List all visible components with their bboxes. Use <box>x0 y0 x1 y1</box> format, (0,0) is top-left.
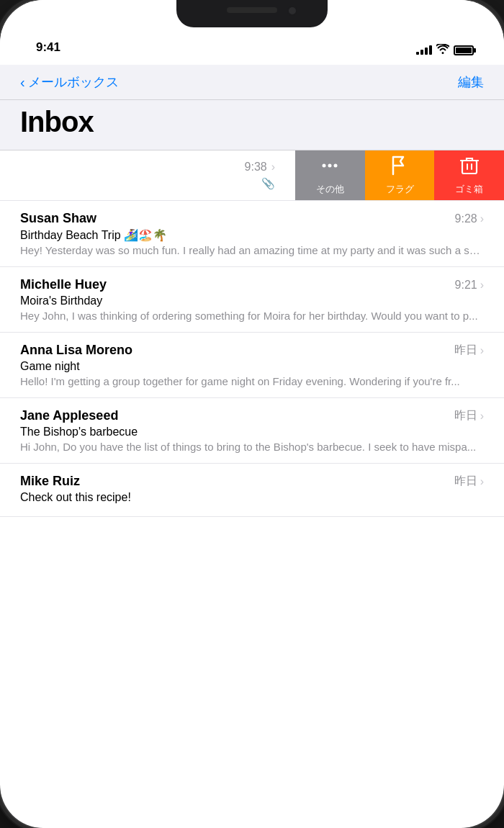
swipe-actions: その他 フラグ <box>295 150 504 200</box>
front-camera <box>287 6 297 16</box>
email-list: その他 フラグ <box>0 150 504 517</box>
email-chevron-3: › <box>480 344 484 357</box>
svg-rect-3 <box>462 161 477 174</box>
email-time-4: 昨日 <box>454 408 477 423</box>
email-sender-2: Michelle Huey <box>20 277 107 292</box>
email-preview-3: Hello! I'm getting a group together for … <box>20 375 484 387</box>
email-time-3: 昨日 <box>454 343 477 358</box>
email-content-5[interactable]: Mike Ruiz 昨日 › Check out this recipe! <box>0 464 504 516</box>
phone-frame: 9:41 <box>0 0 504 828</box>
email-sender-3: Anna Lisa Moreno <box>20 343 132 358</box>
edit-button[interactable]: 編集 <box>458 73 484 91</box>
email-row[interactable]: Susan Shaw 9:28 › Birthday Beach Trip 🏄‍… <box>0 201 504 267</box>
status-time: 9:41 <box>36 40 60 55</box>
wifi-icon <box>436 44 449 56</box>
trash-action[interactable]: ゴミ箱 <box>434 150 504 200</box>
more-action[interactable]: その他 <box>295 150 365 200</box>
email-chevron-5: › <box>480 475 484 488</box>
email-subject-4: The Bishop's barbecue <box>20 426 484 438</box>
screen: 9:41 <box>0 0 504 828</box>
email-content-3[interactable]: Anna Lisa Moreno 昨日 › Game night Hello! … <box>0 333 504 397</box>
speaker <box>227 7 277 13</box>
email-preview-4: Hi John, Do you have the list of things … <box>20 441 484 453</box>
flag-label: フラグ <box>386 183 414 196</box>
battery-icon <box>454 45 474 55</box>
email-time-5: 昨日 <box>454 474 477 489</box>
email-sender-4: Jane Appleseed <box>20 408 118 423</box>
email-subject-1: Birthday Beach Trip 🏄‍♀️🏖️🌴 <box>20 228 484 242</box>
email-chevron-1: › <box>480 212 484 225</box>
more-icon <box>320 156 340 180</box>
email-sender-1: Susan Shaw <box>20 211 96 226</box>
email-subject-3: Game night <box>20 360 484 373</box>
swiped-email-time: 9:38 <box>245 161 267 174</box>
email-row-swiped: その他 フラグ <box>0 150 504 201</box>
status-icons <box>416 44 474 56</box>
back-chevron-icon: ‹ <box>20 74 25 91</box>
notch <box>176 0 328 27</box>
email-content-2[interactable]: Michelle Huey 9:21 › Moira's Birthday He… <box>0 267 504 332</box>
email-row[interactable]: Anna Lisa Moreno 昨日 › Game night Hello! … <box>0 333 504 398</box>
flag-action[interactable]: フラグ <box>365 150 435 200</box>
back-button[interactable]: ‹ メールボックス <box>20 73 119 91</box>
trash-label: ゴミ箱 <box>455 183 483 196</box>
svg-point-1 <box>328 163 332 167</box>
svg-point-0 <box>323 163 326 167</box>
email-row[interactable]: Jane Appleseed 昨日 › The Bishop's barbecu… <box>0 398 504 464</box>
email-sender-5: Mike Ruiz <box>20 474 80 489</box>
page-header: Inbox <box>0 100 504 150</box>
swiped-email-chevron: › <box>271 161 275 174</box>
email-preview-2: Hey John, I was thinking of ordering som… <box>20 310 484 322</box>
email-content-4[interactable]: Jane Appleseed 昨日 › The Bishop's barbecu… <box>0 398 504 463</box>
email-time-1: 9:28 <box>455 212 477 225</box>
email-content-1[interactable]: Susan Shaw 9:28 › Birthday Beach Trip 🏄‍… <box>0 201 504 266</box>
flag-icon <box>390 156 409 180</box>
swiped-email-content[interactable]: 9:38 › 📎 <box>0 150 295 200</box>
signal-icon <box>416 45 432 55</box>
svg-point-2 <box>334 163 338 167</box>
email-time-2: 9:21 <box>455 279 477 292</box>
email-subject-2: Moira's Birthday <box>20 294 484 307</box>
attachment-icon: 📎 <box>261 177 275 190</box>
trash-icon <box>460 156 479 180</box>
email-chevron-2: › <box>480 279 484 292</box>
email-subject-5: Check out this recipe! <box>20 491 484 504</box>
page-title: Inbox <box>20 106 484 138</box>
email-row[interactable]: Michelle Huey 9:21 › Moira's Birthday He… <box>0 267 504 333</box>
email-row[interactable]: Mike Ruiz 昨日 › Check out this recipe! <box>0 464 504 517</box>
back-label: メールボックス <box>28 73 119 91</box>
nav-bar: ‹ メールボックス 編集 <box>0 65 504 100</box>
email-preview-1: Hey! Yesterday was so much fun. I really… <box>20 244 484 256</box>
status-bar: 9:41 <box>0 0 504 65</box>
more-label: その他 <box>316 183 344 196</box>
email-chevron-4: › <box>480 410 484 423</box>
